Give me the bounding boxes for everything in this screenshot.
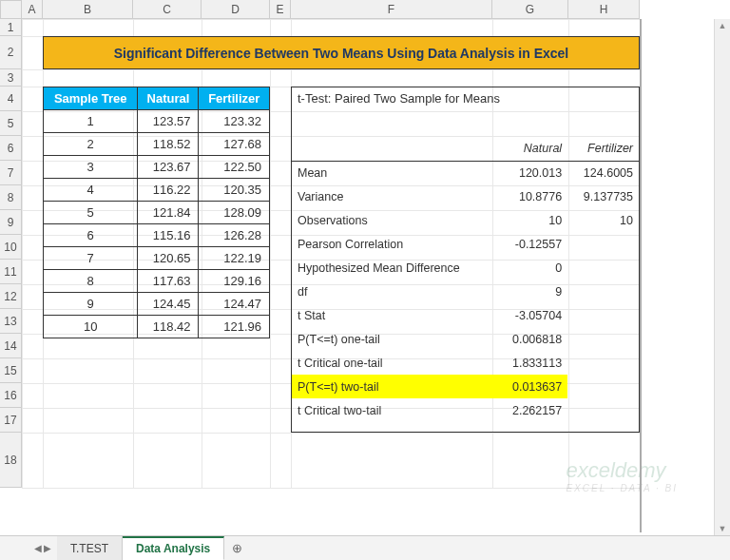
ttest-stat-value[interactable]: 10.8776 <box>491 184 567 208</box>
scroll-up-icon[interactable]: ▲ <box>718 21 727 30</box>
grid-area[interactable]: Significant Difference Between Two Means… <box>22 19 730 488</box>
sample-table: Sample TreeNaturalFertilizer1123.57123.3… <box>43 87 270 338</box>
sheet-tab-t-test[interactable]: T.TEST <box>57 536 123 560</box>
column-header-B[interactable]: B <box>43 0 133 19</box>
sample-cell[interactable]: 123.32 <box>199 110 270 133</box>
sample-cell[interactable]: 7 <box>44 247 138 270</box>
vertical-scrollbar[interactable]: ▲ ▼ <box>714 19 730 535</box>
sample-cell[interactable]: 129.16 <box>199 270 270 293</box>
column-header-D[interactable]: D <box>202 0 270 19</box>
scroll-down-icon[interactable]: ▼ <box>718 524 727 533</box>
column-header-F[interactable]: F <box>291 0 492 19</box>
ttest-stat-value[interactable]: -0.12557 <box>491 232 567 256</box>
ttest-stat-value[interactable]: -3.05704 <box>491 303 567 327</box>
row-header-4[interactable]: 4 <box>0 87 22 111</box>
row-header-5[interactable]: 5 <box>0 111 22 136</box>
sample-cell[interactable]: 124.45 <box>138 293 199 316</box>
tabs: T.TESTData Analysis <box>57 536 224 560</box>
sample-cell[interactable]: 123.67 <box>138 156 199 179</box>
row-header-10[interactable]: 10 <box>0 235 22 260</box>
row-header-9[interactable]: 9 <box>0 210 22 235</box>
ttest-stat-value2[interactable] <box>567 351 639 375</box>
ttest-stat-value2[interactable]: 10 <box>567 208 639 232</box>
sample-cell[interactable]: 10 <box>44 316 138 338</box>
ttest-col-fertilizer: Fertilizer <box>567 137 639 161</box>
tab-nav: ◀ ▶ <box>29 536 57 560</box>
row-header-3[interactable]: 3 <box>0 69 22 87</box>
sheet-tab-data-analysis[interactable]: Data Analysis <box>123 536 224 560</box>
ttest-stat-value2[interactable]: 124.6005 <box>567 161 639 184</box>
sample-cell[interactable]: 115.16 <box>138 224 199 247</box>
select-all-corner[interactable] <box>0 0 22 19</box>
sample-cell[interactable]: 5 <box>44 202 138 224</box>
ttest-title: t-Test: Paired Two Sample for Means <box>292 87 506 109</box>
sample-cell[interactable]: 3 <box>44 156 138 179</box>
ttest-stat-value2[interactable] <box>567 398 639 422</box>
sample-cell[interactable]: 127.68 <box>199 133 270 156</box>
row-header-1[interactable]: 1 <box>0 19 22 36</box>
row-header-18[interactable]: 18 <box>0 433 22 488</box>
row-header-6[interactable]: 6 <box>0 136 22 161</box>
ttest-stat-value[interactable]: 2.262157 <box>491 398 567 422</box>
column-header-A[interactable]: A <box>22 0 43 19</box>
column-headers: ABCDEFGH <box>22 0 730 19</box>
ttest-stat-label: t Stat <box>292 303 491 327</box>
sample-cell[interactable]: 117.63 <box>138 270 199 293</box>
ttest-stat-value[interactable]: 10 <box>491 208 567 232</box>
ttest-stat-value2[interactable] <box>567 375 639 398</box>
sample-cell[interactable]: 8 <box>44 270 138 293</box>
ttest-stat-value[interactable]: 1.833113 <box>491 351 567 375</box>
ttest-stat-label: P(T<=t) two-tail <box>292 375 491 398</box>
ttest-stat-label: t Critical one-tail <box>292 351 491 375</box>
ttest-stat-value2[interactable] <box>567 327 639 351</box>
ttest-stat-value2[interactable] <box>567 280 639 303</box>
ttest-stat-value2[interactable] <box>567 232 639 256</box>
sample-cell[interactable]: 1 <box>44 110 138 133</box>
ttest-stat-value[interactable]: 0.006818 <box>491 327 567 351</box>
sample-cell[interactable]: 120.65 <box>138 247 199 270</box>
sample-cell[interactable]: 122.50 <box>199 156 270 179</box>
ttest-stat-value[interactable]: 120.013 <box>491 161 567 184</box>
sample-cell[interactable]: 116.22 <box>138 179 199 202</box>
sample-cell[interactable]: 122.19 <box>199 247 270 270</box>
ttest-stat-value2[interactable] <box>567 256 639 280</box>
ttest-stat-value[interactable]: 0 <box>491 256 567 280</box>
row-header-12[interactable]: 12 <box>0 284 22 309</box>
add-sheet-button[interactable]: ⊕ <box>224 536 250 560</box>
row-header-15[interactable]: 15 <box>0 358 22 383</box>
ttest-stat-label: Pearson Correlation <box>292 232 491 256</box>
sample-cell[interactable]: 121.84 <box>138 202 199 224</box>
sample-cell[interactable]: 6 <box>44 224 138 247</box>
ttest-stat-value2[interactable] <box>567 303 639 327</box>
sample-cell[interactable]: 9 <box>44 293 138 316</box>
column-header-E[interactable]: E <box>270 0 291 19</box>
sample-cell[interactable]: 118.52 <box>138 133 199 156</box>
row-header-14[interactable]: 14 <box>0 334 22 358</box>
column-boundary <box>640 19 642 532</box>
sample-cell[interactable]: 4 <box>44 179 138 202</box>
sample-cell[interactable]: 121.96 <box>199 316 270 338</box>
row-header-17[interactable]: 17 <box>0 408 22 433</box>
sample-cell[interactable]: 126.28 <box>199 224 270 247</box>
sample-cell[interactable]: 128.09 <box>199 202 270 224</box>
row-header-16[interactable]: 16 <box>0 383 22 408</box>
ttest-stat-value[interactable]: 9 <box>491 280 567 303</box>
row-header-13[interactable]: 13 <box>0 309 22 334</box>
sample-cell[interactable]: 120.35 <box>199 179 270 202</box>
column-header-C[interactable]: C <box>133 0 202 19</box>
row-headers: 123456789101112131415161718 <box>0 19 22 488</box>
sample-cell[interactable]: 2 <box>44 133 138 156</box>
tab-next-icon[interactable]: ▶ <box>44 543 51 553</box>
ttest-stat-value2[interactable]: 9.137735 <box>567 184 639 208</box>
row-header-2[interactable]: 2 <box>0 36 22 69</box>
tab-prev-icon[interactable]: ◀ <box>34 543 42 553</box>
row-header-11[interactable]: 11 <box>0 260 22 284</box>
sample-cell[interactable]: 118.42 <box>138 316 199 338</box>
row-header-7[interactable]: 7 <box>0 161 22 185</box>
sample-cell[interactable]: 123.57 <box>138 110 199 133</box>
column-header-G[interactable]: G <box>492 0 568 19</box>
row-header-8[interactable]: 8 <box>0 185 22 210</box>
ttest-stat-value[interactable]: 0.013637 <box>491 375 567 398</box>
column-header-H[interactable]: H <box>568 0 640 19</box>
sample-cell[interactable]: 124.47 <box>199 293 270 316</box>
